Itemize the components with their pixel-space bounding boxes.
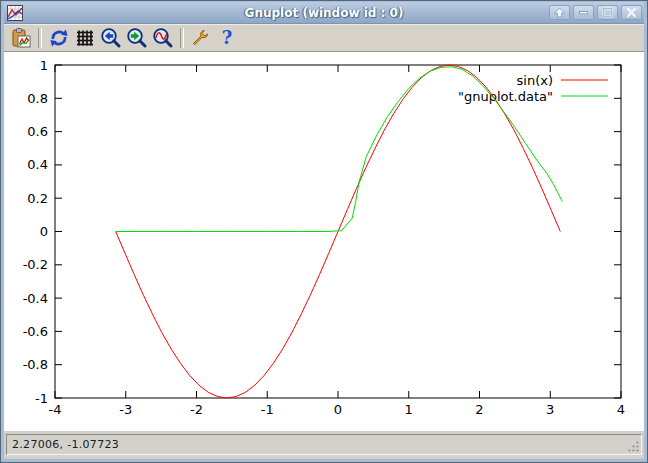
svg-text:-0.6: -0.6 xyxy=(23,324,48,339)
zoom-next-icon xyxy=(126,27,148,49)
toggle-grid-button[interactable] xyxy=(72,25,98,51)
autoscale-button[interactable] xyxy=(150,25,176,51)
svg-text:0: 0 xyxy=(334,402,342,417)
svg-text:-2: -2 xyxy=(190,402,203,417)
y-axis-tick-labels: -1-0.8-0.6-0.4-0.200.20.40.60.81 xyxy=(23,58,48,406)
svg-text:-1: -1 xyxy=(261,402,274,417)
maximize-button[interactable] xyxy=(597,5,618,20)
refresh-icon xyxy=(48,27,70,49)
status-bar: 2.27006, -1.07723 xyxy=(4,431,644,459)
previous-zoom-button[interactable] xyxy=(98,25,124,51)
question-mark-icon: ? xyxy=(216,27,238,49)
svg-text:4: 4 xyxy=(617,402,625,417)
svg-text:-4: -4 xyxy=(49,402,62,417)
svg-text:-0.8: -0.8 xyxy=(23,357,48,372)
svg-text:0: 0 xyxy=(40,224,48,239)
close-button[interactable] xyxy=(621,5,642,20)
minimize-button[interactable] xyxy=(573,5,594,20)
up-arrow-icon xyxy=(553,7,566,18)
svg-text:-0.2: -0.2 xyxy=(23,257,48,272)
close-icon xyxy=(625,7,638,18)
zoom-previous-icon xyxy=(100,27,122,49)
gnuplot-chart-icon xyxy=(7,5,23,21)
next-zoom-button[interactable] xyxy=(124,25,150,51)
plot-canvas[interactable]: -4-3-2-101234-1-0.8-0.6-0.4-0.200.20.40.… xyxy=(4,52,644,431)
legend-label-2: "gnuplot.data" xyxy=(458,89,553,104)
window-controls xyxy=(549,5,644,20)
x-axis-tick-labels: -4-3-2-101234 xyxy=(49,402,626,417)
clipboard-plot-icon xyxy=(10,27,32,49)
mouse-coordinates: 2.27006, -1.07723 xyxy=(7,438,119,451)
svg-text:0.4: 0.4 xyxy=(27,157,48,172)
wrench-icon xyxy=(190,27,212,49)
svg-text:0.8: 0.8 xyxy=(27,91,48,106)
svg-text:1: 1 xyxy=(40,58,48,73)
help-button[interactable]: ? xyxy=(214,25,240,51)
svg-text:2: 2 xyxy=(475,402,483,417)
toolbar-separator xyxy=(180,28,184,48)
toolbar-separator xyxy=(38,28,42,48)
legend-label-1: sin(x) xyxy=(517,73,553,88)
svg-text:3: 3 xyxy=(546,402,554,417)
coordinate-readout-field: 2.27006, -1.07723 xyxy=(6,434,642,455)
window-title: Gnuplot (window id : 0) xyxy=(4,6,644,20)
svg-text:1: 1 xyxy=(405,402,413,417)
svg-text:0.6: 0.6 xyxy=(27,124,48,139)
zoom-autoscale-icon xyxy=(152,27,174,49)
svg-text:-3: -3 xyxy=(119,402,132,417)
svg-text:-1: -1 xyxy=(35,391,48,406)
title-bar[interactable]: Gnuplot (window id : 0) xyxy=(4,2,644,24)
minimize-icon xyxy=(577,7,590,18)
grid-icon xyxy=(74,27,96,49)
settings-button[interactable] xyxy=(188,25,214,51)
replot-button[interactable] xyxy=(46,25,72,51)
svg-text:?: ? xyxy=(222,27,233,48)
toolbar: ? xyxy=(4,24,644,52)
legend: sin(x)"gnuplot.data" xyxy=(458,73,608,104)
svg-text:-0.4: -0.4 xyxy=(23,291,48,306)
svg-text:0.2: 0.2 xyxy=(27,191,48,206)
resize-grip-icon[interactable] xyxy=(627,440,640,453)
gnuplot-window: Gnuplot (window id : 0) xyxy=(0,0,648,463)
copy-to-clipboard-button[interactable] xyxy=(8,25,34,51)
shade-button[interactable] xyxy=(549,5,570,20)
maximize-icon xyxy=(601,7,614,18)
plot-area: -4-3-2-101234-1-0.8-0.6-0.4-0.200.20.40.… xyxy=(4,52,644,431)
